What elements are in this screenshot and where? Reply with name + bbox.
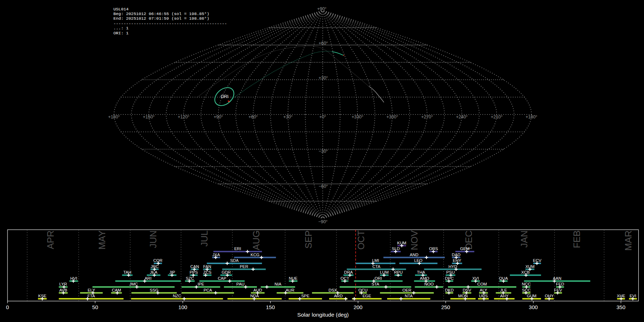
svg-text:ALY: ALY <box>480 288 487 292</box>
svg-text:ORI: ORI <box>221 94 229 99</box>
svg-text:JXA: JXA <box>213 253 220 257</box>
svg-text:CAM: CAM <box>112 288 121 292</box>
svg-text:AUR: AUR <box>286 288 294 292</box>
svg-text:ECV: ECV <box>533 258 541 263</box>
svg-text:PAU: PAU <box>236 282 245 286</box>
svg-text:MAY: MAY <box>97 230 107 249</box>
svg-text:FTA: FTA <box>87 294 95 298</box>
svg-text:THA: THA <box>417 270 425 274</box>
svg-text:GEM: GEM <box>460 247 469 251</box>
svg-text:NOO: NOO <box>424 282 434 286</box>
svg-text:TAH: TAH <box>123 270 131 274</box>
svg-text:ELY: ELY <box>88 288 95 292</box>
svg-text:−90°: −90° <box>318 219 328 224</box>
svg-text:JIP: JIP <box>169 270 175 274</box>
svg-text:AND: AND <box>410 253 418 257</box>
svg-text:250: 250 <box>441 304 450 310</box>
svg-text:End: 20251012 07:01:59 (sol =: End: 20251012 07:01:59 (sol = 198.86°) <box>113 16 209 21</box>
svg-text:MAR: MAR <box>623 230 633 251</box>
svg-text:KSE: KSE <box>38 294 47 298</box>
svg-text:FED: FED <box>556 282 564 286</box>
svg-text:XUM: XUM <box>525 264 535 269</box>
svg-text:DRA: DRA <box>344 270 353 274</box>
svg-text:LEO: LEO <box>414 258 423 263</box>
svg-text:+30°: +30° <box>283 114 293 119</box>
svg-text:KCG: KCG <box>250 253 259 257</box>
svg-text:−30°: −30° <box>319 149 328 154</box>
svg-text:+90°: +90° <box>214 114 223 119</box>
svg-text:OER: OER <box>402 288 411 292</box>
svg-text:HVI: HVI <box>70 276 77 280</box>
svg-text:DKD: DKD <box>445 288 454 292</box>
svg-text:HYD: HYD <box>449 264 457 269</box>
svg-text:−60°: −60° <box>319 184 328 189</box>
svg-text:PPS: PPS <box>190 270 198 274</box>
svg-text:50: 50 <box>92 304 98 310</box>
svg-text:+0°: +0° <box>319 114 326 119</box>
svg-text:LYR: LYR <box>59 282 67 286</box>
svg-text:AUG: AUG <box>251 230 261 250</box>
svg-text:IPE: IPE <box>197 282 204 286</box>
svg-text:EGE: EGE <box>362 294 371 298</box>
svg-text:AHY: AHY <box>500 294 509 298</box>
svg-text:DAD: DAD <box>452 253 460 257</box>
svg-text:100: 100 <box>178 304 187 310</box>
svg-text:JMC: JMC <box>129 282 138 286</box>
svg-text:SSG: SSG <box>150 288 158 292</box>
svg-text:GDR: GDR <box>221 270 231 274</box>
svg-text:XVI: XVI <box>472 276 479 280</box>
svg-text:CTA: CTA <box>372 264 380 269</box>
svg-text:FEB: FEB <box>572 230 582 248</box>
svg-text:JUL: JUL <box>199 230 209 247</box>
svg-text:+180°: +180° <box>108 114 120 119</box>
svg-text:ARI: ARI <box>145 276 151 280</box>
svg-text:NOV: NOV <box>409 230 419 250</box>
svg-text:+60°: +60° <box>249 114 258 119</box>
svg-text:AAN: AAN <box>553 276 561 280</box>
svg-text:PER: PER <box>240 264 248 269</box>
svg-text:OCT: OCT <box>356 230 366 250</box>
svg-text:NTA: NTA <box>405 294 413 298</box>
svg-text:PCA: PCA <box>204 288 212 292</box>
svg-text:+150°: +150° <box>143 114 155 119</box>
svg-text:JRC: JRC <box>151 264 158 269</box>
svg-text:OCU: OCU <box>358 288 368 292</box>
svg-text:SDA: SDA <box>230 258 239 263</box>
svg-text:+90°: +90° <box>317 6 327 11</box>
svg-text:ERI: ERI <box>234 247 241 251</box>
svg-text:0: 0 <box>6 304 9 310</box>
svg-text:COM: COM <box>477 282 487 286</box>
svg-text:CAP: CAP <box>218 276 226 280</box>
svg-text:QUA: QUA <box>499 276 508 280</box>
svg-text:LMI: LMI <box>372 258 379 263</box>
svg-text:PSU: PSU <box>446 270 455 274</box>
svg-text:Solar longitude (deg): Solar longitude (deg) <box>297 312 349 318</box>
svg-text:XCB: XCB <box>521 270 530 274</box>
svg-text:NUE: NUE <box>289 276 298 280</box>
svg-text:STA: STA <box>372 282 380 286</box>
svg-text:SLD: SLD <box>392 247 400 251</box>
svg-text:+120°: +120° <box>178 114 190 119</box>
svg-text:300: 300 <box>529 304 538 310</box>
svg-text:------------------------------: ----------------------------------------… <box>113 21 227 26</box>
svg-text:ARD: ARD <box>334 294 342 298</box>
svg-text:FAN: FAN <box>203 264 211 269</box>
svg-text:ORI: 1: ORI: 1 <box>113 31 128 36</box>
svg-text:SEP: SEP <box>303 230 313 249</box>
svg-text:SCC: SCC <box>522 288 531 292</box>
svg-text:RPU: RPU <box>394 270 402 274</box>
svg-text:Beg: 20251012 06:46:55 (sol =: Beg: 20251012 06:46:55 (sol = 198.85°) <box>113 11 209 16</box>
svg-text:URS: URS <box>479 294 488 298</box>
svg-text:JAN: JAN <box>519 230 529 248</box>
svg-text:XHE: XHE <box>617 294 625 298</box>
svg-text:ORS: ORS <box>429 247 438 251</box>
svg-text:JUN: JUN <box>148 230 158 248</box>
svg-text:+180°: +180° <box>526 114 537 119</box>
svg-text:LUM: LUM <box>380 270 389 274</box>
svg-text:EHY: EHY <box>453 258 462 263</box>
svg-text:CQR: CQR <box>153 258 162 263</box>
svg-text:OHY: OHY <box>545 294 554 298</box>
svg-text:SPE: SPE <box>301 294 309 298</box>
svg-text:JEA: JEA <box>150 270 157 274</box>
svg-text:+210°: +210° <box>491 114 503 119</box>
